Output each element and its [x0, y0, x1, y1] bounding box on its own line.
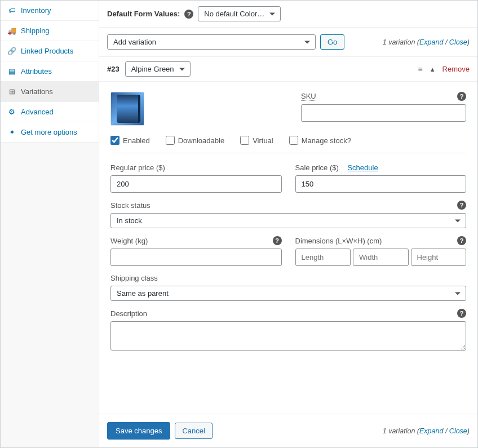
- sidebar-item-label: Shipping: [21, 26, 50, 35]
- drag-handle-icon[interactable]: ≡: [418, 65, 423, 74]
- sku-input[interactable]: [301, 104, 466, 122]
- variation-action-select[interactable]: Add variation: [107, 34, 316, 50]
- shipping-class-label: Shipping class: [110, 274, 158, 282]
- width-input[interactable]: [353, 249, 409, 266]
- save-changes-button[interactable]: Save changes: [107, 422, 170, 440]
- sidebar-item-label: Get more options: [21, 128, 77, 136]
- expand-link[interactable]: Expand: [419, 38, 443, 46]
- variation-id: #23: [107, 65, 119, 73]
- help-icon[interactable]: ?: [457, 236, 466, 245]
- variation-summary: 1 variation (Expand / Close): [383, 38, 470, 46]
- product-tabs-sidebar: 🏷 Inventory 🚚 Shipping 🔗 Linked Products…: [1, 1, 99, 447]
- product-data-panel: 🏷 Inventory 🚚 Shipping 🔗 Linked Products…: [0, 0, 478, 448]
- weight-input[interactable]: [110, 249, 282, 266]
- sidebar-item-label: Attributes: [21, 67, 52, 76]
- variations-toolbar: Add variation Go 1 variation (Expand / C…: [99, 28, 477, 57]
- remove-variation-link[interactable]: Remove: [442, 65, 470, 73]
- variation-image-upload[interactable]: [110, 92, 144, 126]
- sku-label: SKU: [301, 92, 316, 101]
- tag-icon: 🏷: [7, 6, 16, 15]
- variation-header[interactable]: #23 Alpine Green ≡ ▲ Remove: [99, 57, 477, 82]
- height-input[interactable]: [411, 249, 467, 266]
- regular-price-input[interactable]: [110, 175, 282, 193]
- sale-price-input[interactable]: [295, 175, 467, 193]
- enabled-checkbox-wrap[interactable]: Enabled: [110, 136, 150, 145]
- sidebar-item-label: Linked Products: [21, 47, 73, 55]
- shipping-class-select[interactable]: Same as parent: [110, 286, 466, 301]
- default-color-select[interactable]: No default Color…: [198, 6, 281, 21]
- sidebar-item-label: Advanced: [21, 108, 54, 116]
- sidebar-item-attributes[interactable]: ▤ Attributes: [1, 61, 99, 82]
- schedule-link[interactable]: Schedule: [347, 163, 378, 172]
- sidebar-item-label: Variations: [21, 87, 53, 96]
- variations-footer: Save changes Cancel 1 variation (Expand …: [99, 414, 477, 447]
- sidebar-item-shipping[interactable]: 🚚 Shipping: [1, 21, 99, 41]
- sidebar-item-label: Inventory: [21, 6, 51, 15]
- help-icon[interactable]: ?: [273, 236, 282, 245]
- variation-color-select[interactable]: Alpine Green: [125, 61, 191, 77]
- length-input[interactable]: [295, 249, 351, 266]
- cancel-button[interactable]: Cancel: [175, 423, 212, 439]
- manage-stock-checkbox[interactable]: [289, 136, 298, 145]
- expand-link-footer[interactable]: Expand: [419, 427, 443, 435]
- sidebar-item-get-more-options[interactable]: ✦ Get more options: [1, 122, 99, 143]
- variation-body: SKU ? Enabled Downloadable Virtual: [99, 82, 477, 364]
- close-link-footer[interactable]: Close: [449, 427, 467, 435]
- list-icon: ▤: [7, 67, 16, 76]
- downloadable-checkbox[interactable]: [166, 136, 175, 145]
- go-button[interactable]: Go: [320, 34, 344, 50]
- stock-status-select[interactable]: In stock: [110, 213, 466, 228]
- variations-panel: Default Form Values: ? No default Color……: [99, 1, 477, 447]
- grid-icon: ⊞: [7, 87, 16, 96]
- default-form-values-label: Default Form Values:: [107, 10, 180, 18]
- virtual-checkbox-wrap[interactable]: Virtual: [240, 136, 273, 145]
- manage-stock-checkbox-wrap[interactable]: Manage stock?: [289, 136, 351, 145]
- enabled-checkbox[interactable]: [110, 136, 119, 145]
- sidebar-item-linked-products[interactable]: 🔗 Linked Products: [1, 41, 99, 61]
- help-icon[interactable]: ?: [457, 92, 466, 101]
- dimensions-label: Dimensions (L×W×H) (cm): [295, 237, 382, 245]
- sidebar-item-advanced[interactable]: ⚙ Advanced: [1, 102, 99, 122]
- collapse-icon[interactable]: ▲: [430, 66, 436, 73]
- default-form-values-row: Default Form Values: ? No default Color…: [99, 1, 477, 28]
- variation-checkboxes: Enabled Downloadable Virtual Manage stoc…: [110, 134, 466, 153]
- sidebar-item-variations[interactable]: ⊞ Variations: [1, 82, 99, 102]
- virtual-checkbox[interactable]: [240, 136, 249, 145]
- help-icon[interactable]: ?: [457, 309, 466, 318]
- stock-status-label: Stock status: [110, 201, 151, 210]
- downloadable-checkbox-wrap[interactable]: Downloadable: [166, 136, 224, 145]
- close-link[interactable]: Close: [449, 38, 467, 46]
- help-icon[interactable]: ?: [457, 201, 466, 210]
- description-label: Description: [110, 309, 147, 318]
- weight-label: Weight (kg): [110, 237, 148, 245]
- description-textarea[interactable]: [110, 321, 466, 351]
- regular-price-label: Regular price ($): [110, 163, 165, 172]
- link-icon: 🔗: [7, 47, 16, 55]
- help-icon[interactable]: ?: [184, 10, 193, 19]
- product-thumbnail-icon: [117, 95, 138, 123]
- sidebar-item-inventory[interactable]: 🏷 Inventory: [1, 1, 99, 21]
- variation-summary-footer: 1 variation (Expand / Close): [383, 427, 470, 435]
- truck-icon: 🚚: [7, 26, 16, 35]
- sparkle-icon: ✦: [7, 128, 16, 136]
- sale-price-label: Sale price ($): [295, 163, 339, 172]
- gear-icon: ⚙: [7, 108, 16, 116]
